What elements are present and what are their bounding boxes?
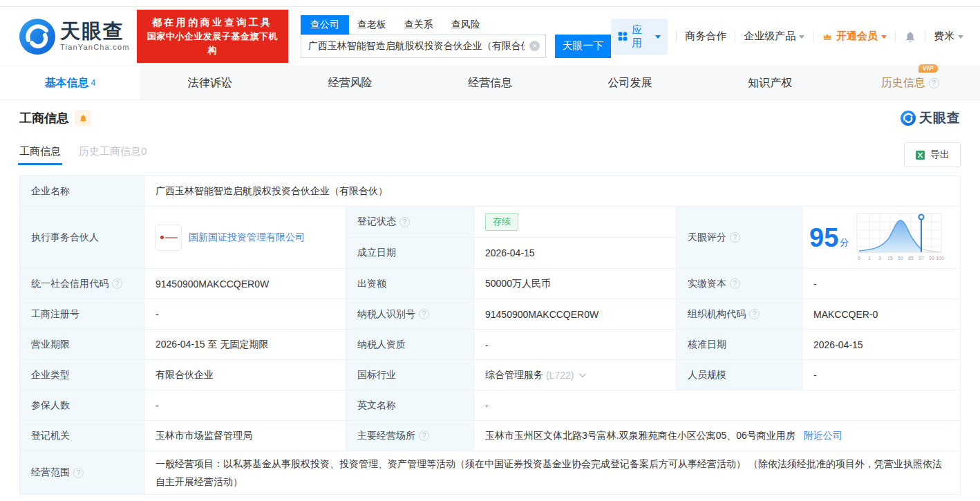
search-tab-risk[interactable]: 查风险 bbox=[451, 15, 480, 35]
svg-text:100: 100 bbox=[936, 256, 944, 261]
notifications-button[interactable] bbox=[904, 30, 916, 43]
help-icon[interactable] bbox=[399, 217, 410, 227]
svg-text:0: 0 bbox=[858, 256, 860, 261]
help-icon[interactable] bbox=[112, 278, 122, 289]
paid-capital-label: 实缴资本 bbox=[677, 269, 802, 299]
search-tab-company[interactable]: 查公司 bbox=[301, 15, 349, 35]
tab-label: 知识产权 bbox=[748, 76, 792, 91]
business-term-value: 2026-04-15 至 无固定期限 bbox=[144, 330, 346, 360]
divider bbox=[925, 31, 925, 42]
industry-code: (L722) bbox=[546, 370, 574, 381]
tab-history-info[interactable]: 历史信息 VIP bbox=[840, 66, 980, 100]
svg-text:99: 99 bbox=[929, 256, 934, 261]
registration-status-label: 登记状态 bbox=[346, 207, 474, 238]
registration-status-value: 存续 bbox=[474, 207, 677, 238]
help-icon[interactable] bbox=[73, 468, 84, 478]
help-icon[interactable] bbox=[730, 278, 740, 289]
chevron-down-icon bbox=[655, 35, 661, 39]
crown-icon bbox=[822, 31, 833, 42]
credit-code-label: 统一社会信用代码 bbox=[20, 269, 144, 299]
nav-enterprise-products[interactable]: 企业级产品 bbox=[744, 30, 804, 43]
nav-cooperation[interactable]: 商务合作 bbox=[685, 30, 726, 43]
tab-company-development[interactable]: 公司发展 bbox=[560, 66, 700, 100]
svg-text:3: 3 bbox=[878, 256, 881, 261]
divider bbox=[676, 31, 677, 42]
contribution-value: 50000万人民币 bbox=[474, 269, 677, 299]
company-tab-bar: 基本信息 4 法律诉讼 经营风险 经营信息 公司发展 知识产权 历史信息 VIP bbox=[0, 66, 980, 100]
approval-date-label: 核准日期 bbox=[677, 330, 802, 360]
tab-basic-info[interactable]: 基本信息 4 bbox=[0, 66, 140, 100]
company-name-label: 企业名称 bbox=[20, 176, 144, 207]
promo-line1: 都在用的商业查询工具 bbox=[143, 15, 282, 30]
staff-size-label: 人员规模 bbox=[677, 360, 802, 390]
taxpayer-id-label: 纳税人识别号 bbox=[346, 299, 474, 330]
company-type-value: 有限合伙企业 bbox=[144, 360, 346, 390]
partner-logo bbox=[156, 225, 182, 251]
nearby-companies-link[interactable]: 附近公司 bbox=[804, 430, 842, 442]
contribution-label: 出资额 bbox=[346, 269, 474, 299]
bell-icon bbox=[79, 114, 88, 123]
divider bbox=[735, 31, 735, 42]
tianyancha-logo-icon bbox=[901, 111, 916, 126]
export-button[interactable]: 导出 bbox=[904, 142, 961, 167]
watermark-text: 天眼查 bbox=[919, 109, 961, 127]
taxpayer-id-value: 91450900MAKCCQER0W bbox=[474, 299, 677, 330]
company-name-value: 广西玉林智能智造启航股权投资合伙企业（有限合伙） bbox=[144, 176, 961, 207]
insured-count-value: - bbox=[144, 390, 346, 421]
english-name-label: 英文名称 bbox=[346, 390, 474, 421]
credit-code-value: 91450900MAKCCQER0W bbox=[144, 269, 346, 299]
divider bbox=[813, 31, 813, 42]
apps-label: 应用 bbox=[632, 23, 651, 50]
help-icon[interactable] bbox=[419, 309, 429, 319]
business-scope-label: 经营范围 bbox=[20, 451, 144, 495]
search-button[interactable]: 天眼一下 bbox=[555, 35, 611, 58]
subtab-history-business-info[interactable]: 历史工商信息0 bbox=[79, 145, 147, 165]
tab-legal-litigation[interactable]: 法律诉讼 bbox=[140, 66, 281, 100]
taxpayer-quality-label: 纳税人资质 bbox=[346, 330, 474, 360]
partner-company-link[interactable]: 国新国证投资管理有限公司 bbox=[189, 231, 305, 244]
tianyancha-watermark: 天眼查 bbox=[901, 109, 961, 127]
bell-icon bbox=[904, 30, 916, 43]
score-number: 95 bbox=[809, 225, 838, 251]
tab-intellectual-property[interactable]: 知识产权 bbox=[700, 66, 840, 100]
nav-enterprise-label: 企业级产品 bbox=[744, 30, 795, 43]
brand-name: 天眼查 bbox=[60, 21, 130, 41]
search-tab-relation[interactable]: 查关系 bbox=[404, 15, 433, 35]
section-title: 工商信息 bbox=[19, 110, 69, 126]
tianyancha-logo[interactable]: 天眼查 TianYanCha.com bbox=[19, 19, 130, 55]
reg-authority-label: 登记机关 bbox=[20, 421, 144, 451]
establish-date-label: 成立日期 bbox=[346, 238, 474, 269]
chevron-down-icon[interactable] bbox=[579, 370, 586, 377]
help-icon[interactable] bbox=[749, 309, 760, 319]
tab-operation-risk[interactable]: 经营风险 bbox=[280, 66, 420, 100]
approval-date-value: 2026-04-15 bbox=[802, 330, 961, 360]
search-tabs: 查公司 查老板 查关系 查风险 bbox=[301, 15, 611, 35]
company-type-label: 企业类型 bbox=[20, 360, 144, 390]
search-tab-boss[interactable]: 查老板 bbox=[357, 15, 386, 35]
help-icon[interactable] bbox=[419, 431, 429, 441]
search-input[interactable] bbox=[301, 35, 545, 57]
apps-menu[interactable]: 应用 bbox=[611, 19, 668, 55]
svg-text:85: 85 bbox=[908, 256, 914, 261]
top-divider bbox=[0, 0, 980, 7]
svg-text:1: 1 bbox=[868, 256, 871, 261]
help-icon[interactable] bbox=[929, 78, 939, 88]
svg-text:15: 15 bbox=[887, 256, 893, 261]
header-nav: 应用 商务合作 企业级产品 开通会员 费米 bbox=[611, 19, 963, 55]
business-site-label: 主要经营场所 bbox=[346, 421, 474, 451]
subtab-business-info[interactable]: 工商信息 bbox=[19, 145, 61, 165]
promo-banner: 都在用的商业查询工具 国家中小企业发展子基金旗下机构 bbox=[137, 10, 288, 64]
tab-operation-info[interactable]: 经营信息 bbox=[420, 66, 560, 100]
tab-count: 4 bbox=[91, 78, 95, 88]
subscribe-bell-button[interactable] bbox=[75, 110, 91, 126]
user-menu[interactable]: 费米 bbox=[934, 30, 963, 43]
executive-partner-label: 执行事务合伙人 bbox=[20, 207, 144, 269]
executive-partner-value: 国新国证投资管理有限公司 bbox=[144, 207, 346, 269]
chevron-down-icon bbox=[958, 35, 963, 39]
status-badge: 存续 bbox=[485, 213, 518, 231]
brand-domain: TianYanCha.com bbox=[60, 44, 130, 51]
tab-label: 公司发展 bbox=[608, 76, 652, 91]
org-code-value: MAKCCQER-0 bbox=[802, 299, 961, 330]
help-icon[interactable] bbox=[730, 232, 740, 243]
nav-open-member[interactable]: 开通会员 bbox=[822, 30, 887, 43]
